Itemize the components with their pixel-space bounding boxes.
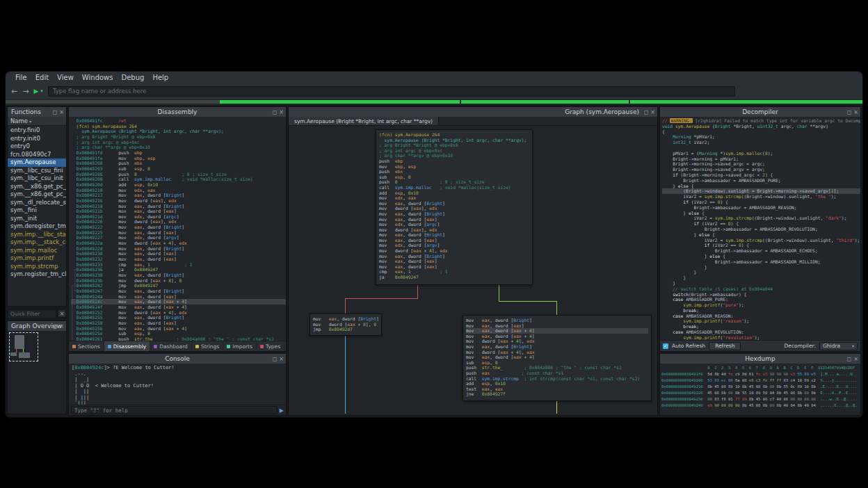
graph-overview-panel: Graph Overview ◻ × (7, 320, 67, 414)
types-tab-icon (260, 345, 264, 348)
decompiler-panel-header[interactable]: Decompiler ◻ × (660, 107, 860, 117)
functions-list[interactable]: entry.fini0entry.init0entry0fcn.080490c7… (8, 126, 66, 306)
menu-debug[interactable]: Debug (117, 73, 148, 82)
refresh-button[interactable]: Refresh (709, 342, 741, 350)
panel-title: Disassembly (158, 108, 198, 115)
functions-column-header[interactable]: Name ▾ (8, 117, 66, 126)
float-icon[interactable]: ◻ (644, 109, 649, 115)
float-icon[interactable]: ◻ (53, 323, 58, 330)
omnibar-input[interactable] (48, 86, 735, 97)
console-input-row: ▶ (69, 405, 286, 415)
functions-panel-header[interactable]: Functions ◻ × (8, 107, 66, 117)
graph-edge-true (499, 284, 499, 302)
function-item[interactable]: sym._init (8, 215, 66, 223)
disassembly-tabbar: SectionsDisassemblyDashboardStringsImpor… (69, 341, 286, 351)
panel-title: Console (165, 355, 190, 362)
function-item[interactable]: sym.imp.printf (8, 254, 66, 263)
graph-panel-header[interactable]: Graph (sym.Aeropause) ◻ × (289, 107, 657, 117)
graph-edge-flow (556, 401, 557, 414)
tab-imports[interactable]: Imports (223, 341, 257, 351)
seekbar-unmapped-segment (6, 100, 220, 104)
float-icon[interactable]: ◻ (273, 356, 278, 362)
decompiler-output[interactable]: // WARNING: [r2ghidra] Failed to match t… (660, 117, 860, 340)
debug-run-dropdown-icon[interactable]: ▾ (40, 88, 43, 94)
function-item[interactable]: sym.imp.__stack_chk_fail (8, 238, 66, 247)
toolbar: ← → ▶ ▾ (6, 83, 862, 99)
close-icon[interactable]: × (853, 356, 858, 362)
menu-edit[interactable]: Edit (31, 73, 53, 82)
app-window: FileEditViewWindowsDebugHelp ← → ▶ ▾ Fun… (6, 72, 862, 417)
function-item[interactable]: sym.__x86.get_pc_thunk.bp (8, 183, 66, 191)
close-icon[interactable]: × (650, 109, 655, 115)
tab-disassembly[interactable]: Disassembly (104, 341, 150, 351)
tab-dashboard[interactable]: Dashboard (150, 341, 192, 351)
graph-canvas[interactable]: (fcn) sym.Aeropause 264 sym.Aeropause (B… (289, 126, 657, 415)
graph-overview-header[interactable]: Graph Overview ◻ × (8, 321, 66, 331)
graph-node-case-wide[interactable]: mov eax, dword [Bright]mov eax, dword [e… (463, 315, 652, 401)
decompiler-select[interactable]: Ghidra ▾ (819, 342, 858, 350)
quick-filter-input[interactable] (8, 309, 56, 318)
close-icon[interactable]: × (279, 109, 284, 115)
function-item[interactable]: sym.Aeropause (8, 158, 66, 167)
hexdump-listing[interactable]: 0 1 2 3 4 5 6 7 8 9 A B C D E F 01234567… (660, 364, 860, 415)
console-output[interactable]: [0x0804924c]> ?E Welcome to Cutter! .--.… (69, 364, 286, 405)
function-item[interactable]: entry.init0 (8, 135, 66, 143)
function-item[interactable]: entry0 (8, 143, 66, 151)
graph-node-case-small[interactable]: mov eax, dword [Bright]mov dword [eax + … (310, 314, 382, 336)
debug-run-icon[interactable]: ▶ (33, 88, 38, 95)
function-item[interactable]: fcn.080490c7 (8, 151, 66, 159)
float-icon[interactable]: ◻ (847, 109, 852, 115)
console-panel-header[interactable]: Console ◻ × (69, 354, 286, 364)
function-item[interactable]: entry.fini0 (8, 127, 66, 135)
disassembly-panel-header[interactable]: Disassembly ◻ × (69, 107, 286, 117)
float-icon[interactable]: ◻ (53, 109, 58, 115)
disassembly-listing[interactable]: 0x080491fc ret (fcn) sym.Aeropause 264 s… (69, 117, 286, 341)
function-item[interactable]: sym.deregister_tm_clones (8, 222, 66, 231)
decompiler-toolbar: ✓ Auto Refresh Refresh Decompiler: Ghidr… (660, 340, 860, 351)
graph-edge-false (345, 298, 418, 299)
forward-icon[interactable]: → (22, 88, 29, 95)
float-icon[interactable]: ◻ (273, 109, 278, 115)
function-item[interactable]: sym._dl_relocate_static_pie (8, 199, 66, 207)
graph-node-entry[interactable]: (fcn) sym.Aeropause 264 sym.Aeropause (B… (376, 129, 533, 285)
sort-caret-icon: ▾ (29, 119, 31, 124)
function-item[interactable]: sym._libc_csu_init (8, 174, 66, 183)
panel-title: Graph (sym.Aeropause) (565, 108, 639, 115)
menu-windows[interactable]: Windows (78, 73, 118, 82)
close-icon[interactable]: × (279, 356, 284, 362)
clear-filter-button[interactable]: × (58, 309, 66, 318)
close-icon[interactable]: × (853, 109, 858, 115)
tab-search[interactable]: Search (284, 341, 286, 351)
function-item[interactable]: sym._libc_csu_fini (8, 167, 66, 175)
tab-types[interactable]: Types (257, 341, 284, 351)
menu-view[interactable]: View (53, 73, 78, 82)
decompiler-panel: Decompiler ◻ × // WARNING: [r2ghidra] Fa… (659, 106, 861, 352)
close-icon[interactable]: × (59, 109, 64, 115)
graph-edge-flow (345, 336, 346, 414)
decompiler-select-label: Decompiler: (785, 343, 816, 349)
function-item[interactable]: sym.imp.malloc (8, 247, 66, 255)
function-item[interactable]: sym.register_tm_clones (8, 270, 66, 279)
function-item[interactable]: sym.__x86.get_pc_thunk.bx (8, 190, 66, 199)
graph-edge-false (345, 298, 346, 314)
graph-function-tab[interactable]: sym.Aeropause (Bright *Bright, int argc,… (289, 117, 439, 125)
quick-filter-row: × (7, 308, 67, 319)
tab-sections[interactable]: Sections (69, 341, 104, 351)
menu-file[interactable]: File (11, 73, 31, 82)
tab-strings[interactable]: Strings (192, 341, 223, 351)
console-input[interactable] (71, 406, 278, 414)
seekbar[interactable] (6, 99, 862, 105)
function-item[interactable]: sym._fini (8, 206, 66, 215)
minimap-viewport[interactable] (9, 332, 38, 361)
function-item[interactable]: sym.imp.strcmp (8, 263, 66, 271)
hexdump-panel-header[interactable]: Hexdump ◻ × (660, 354, 860, 364)
console-submit-icon[interactable]: ▶ (280, 407, 284, 414)
float-icon[interactable]: ◻ (847, 356, 852, 362)
back-icon[interactable]: ← (11, 88, 17, 95)
sections-tab-icon (72, 345, 76, 348)
menu-help[interactable]: Help (148, 73, 172, 82)
graph-overview-minimap[interactable] (8, 331, 66, 414)
function-item[interactable]: sym.imp.__libc_start_main (8, 231, 66, 239)
close-icon[interactable]: × (59, 323, 64, 330)
auto-refresh-checkbox[interactable]: ✓ (663, 343, 668, 349)
